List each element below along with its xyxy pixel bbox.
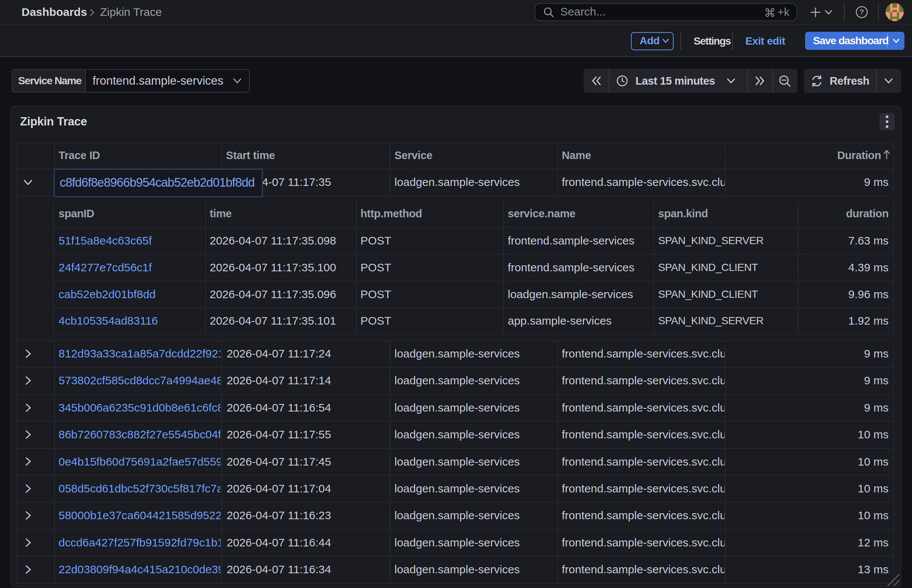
svg-text:?: ? [859, 8, 864, 16]
